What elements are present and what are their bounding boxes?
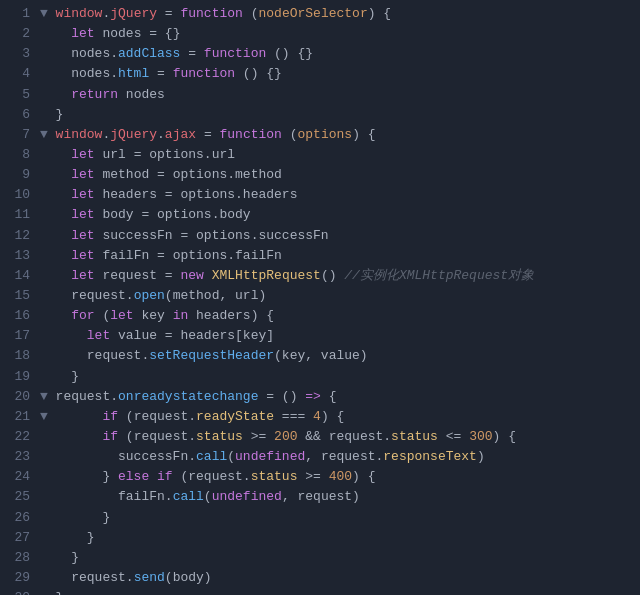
code-line-17: request.open(method, url) [40, 286, 632, 306]
code-line-18: for (let key in headers) { [40, 306, 632, 326]
code-line-3: nodes.addClass = function () {} [40, 44, 632, 64]
code-line-4: nodes.html = function () {} [40, 64, 632, 84]
code-line-25: successFn.call(undefined, request.respon… [40, 447, 632, 467]
code-line-28: } [40, 508, 632, 528]
code-line-19: let value = headers[key] [40, 326, 632, 346]
code-line-31: request.send(body) [40, 568, 632, 588]
code-line-21: } [40, 367, 632, 387]
code-line-29: } [40, 528, 632, 548]
code-line-22: ▼ request.onreadystatechange = () => { [40, 387, 632, 407]
code-line-14: let failFn = options.failFn [40, 246, 632, 266]
code-line-9: let url = options.url [40, 145, 632, 165]
code-line-1: ▼ window.jQuery = function (nodeOrSelect… [40, 4, 632, 24]
code-line-32: } [40, 588, 632, 595]
code-line-13: let successFn = options.successFn [40, 226, 632, 246]
code-line-16: let request = new XMLHttpRequest() //实例化… [40, 266, 632, 286]
line-numbers: 1 2 3 4 5 6 7 8 9 10 11 12 13 14 15 16 1… [0, 4, 36, 595]
code-line-5: return nodes [40, 85, 632, 105]
code-line-23: ▼ if (request.readyState === 4) { [40, 407, 632, 427]
code-line-8: ▼ window.jQuery.ajax = function (options… [40, 125, 632, 145]
code-line-11: let headers = options.headers [40, 185, 632, 205]
code-line-6: } [40, 105, 632, 125]
code-line-24: if (request.status >= 200 && request.sta… [40, 427, 632, 447]
code-line-30: } [40, 548, 632, 568]
code-editor: 1 2 3 4 5 6 7 8 9 10 11 12 13 14 15 16 1… [0, 0, 640, 595]
code-line-12: let body = options.body [40, 205, 632, 225]
code-line-10: let method = options.method [40, 165, 632, 185]
code-line-20: request.setRequestHeader(key, value) [40, 346, 632, 366]
code-content: ▼ window.jQuery = function (nodeOrSelect… [36, 4, 640, 595]
code-line-2: let nodes = {} [40, 24, 632, 44]
code-line-27: failFn.call(undefined, request) [40, 487, 632, 507]
code-line-26: } else if (request.status >= 400) { [40, 467, 632, 487]
